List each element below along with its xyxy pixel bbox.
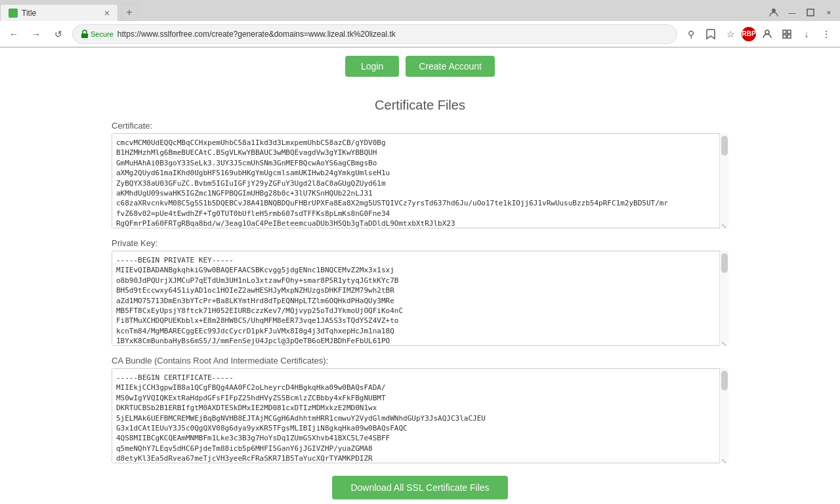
- private-key-textarea[interactable]: -----BEGIN PRIVATE KEY----- MIIEvQIBADAN…: [112, 251, 728, 346]
- user-icon[interactable]: [759, 26, 776, 43]
- svg-point-3: [765, 30, 769, 34]
- certificate-scrollbar: [719, 133, 728, 228]
- reload-button[interactable]: ↺: [50, 26, 67, 43]
- tab-title: Title: [22, 9, 36, 18]
- svg-rect-4: [783, 30, 786, 33]
- private-key-resize-handle[interactable]: ⤡: [719, 339, 728, 348]
- rbp-extension-icon[interactable]: RBP: [742, 27, 756, 41]
- search-icon[interactable]: ⚲: [682, 26, 700, 43]
- menu-icon[interactable]: ⋮: [818, 26, 835, 43]
- tab-close-button[interactable]: ×: [104, 8, 110, 18]
- toolbar-icons: ⚲ ☆ RBP ↓ ⋮: [682, 26, 835, 43]
- auth-buttons: Login Create Account: [0, 48, 840, 87]
- private-key-wrapper: -----BEGIN PRIVATE KEY----- MIIEvQIBADAN…: [112, 251, 728, 348]
- extensions-icon[interactable]: [778, 26, 795, 43]
- login-button[interactable]: Login: [345, 56, 399, 77]
- address-bar: ← → ↺ Secure https://www.sslforfree.com/…: [0, 21, 840, 47]
- certificate-textarea[interactable]: cmcvMCM0UdEQQcMBqCCHxpemUhbC58a1Ikd3d3Lm…: [112, 133, 728, 228]
- star-icon[interactable]: ☆: [722, 26, 739, 43]
- create-account-button[interactable]: Create Account: [406, 56, 495, 77]
- browser-tab[interactable]: Title ×: [0, 4, 118, 21]
- page-content: Login Create Account Certificate Files C…: [0, 48, 840, 504]
- secure-indicator: Secure: [81, 30, 114, 39]
- ca-bundle-wrapper: -----BEGIN CERTIFICATE----- MIIEkjCCH3gp…: [112, 368, 728, 465]
- ca-bundle-resize-handle[interactable]: ⤡: [719, 456, 728, 465]
- browser-chrome: Title × + — × ← → ↺ Secure https:: [0, 0, 840, 48]
- svg-point-0: [772, 9, 776, 12]
- tab-favicon: [9, 9, 18, 18]
- svg-rect-2: [81, 33, 88, 38]
- url-text: https://www.sslforfree.com/create?genera…: [117, 30, 669, 39]
- download-ssl-button[interactable]: Download All SSL Certificate Files: [332, 476, 507, 499]
- svg-rect-5: [788, 30, 791, 33]
- profile-icon[interactable]: [765, 6, 782, 19]
- svg-rect-6: [783, 35, 786, 38]
- back-button[interactable]: ←: [5, 26, 22, 43]
- certificate-files-section: Certificate Files Certificate: cmcvMCM0U…: [98, 98, 742, 499]
- maximize-button[interactable]: [802, 6, 819, 19]
- new-tab-button[interactable]: +: [121, 4, 138, 21]
- section-title: Certificate Files: [112, 98, 728, 113]
- certificate-label: Certificate:: [112, 121, 728, 131]
- tab-bar: Title × + — ×: [0, 0, 840, 21]
- minimize-button[interactable]: —: [784, 6, 801, 19]
- url-bar[interactable]: Secure https://www.sslforfree.com/create…: [72, 24, 677, 44]
- private-key-scrollbar: [719, 251, 728, 346]
- certificate-wrapper: cmcvMCM0UdEQQcMBqCCHxpemUhbC58a1Ikd3d3Lm…: [112, 133, 728, 230]
- ca-bundle-textarea[interactable]: -----BEGIN CERTIFICATE----- MIIEkjCCH3gp…: [112, 368, 728, 463]
- bookmark-icon[interactable]: [702, 26, 719, 43]
- ca-bundle-scroll-thumb: [721, 371, 728, 390]
- new-tab-icon: +: [126, 7, 132, 18]
- forward-button[interactable]: →: [28, 26, 45, 43]
- private-key-label: Private Key:: [112, 238, 728, 248]
- download-status-icon[interactable]: ↓: [798, 26, 815, 43]
- private-key-scroll-thumb: [721, 253, 728, 273]
- ca-bundle-scrollbar: [719, 368, 728, 463]
- window-controls: — ×: [765, 6, 840, 19]
- svg-rect-7: [788, 35, 791, 38]
- certificate-resize-handle[interactable]: ⤡: [719, 221, 728, 230]
- close-button[interactable]: ×: [820, 6, 837, 19]
- secure-label: Secure: [91, 30, 114, 38]
- certificate-scroll-thumb: [721, 136, 728, 156]
- ca-bundle-label: CA Bundle (Contains Root And Intermediat…: [112, 356, 728, 366]
- svg-rect-1: [807, 9, 814, 16]
